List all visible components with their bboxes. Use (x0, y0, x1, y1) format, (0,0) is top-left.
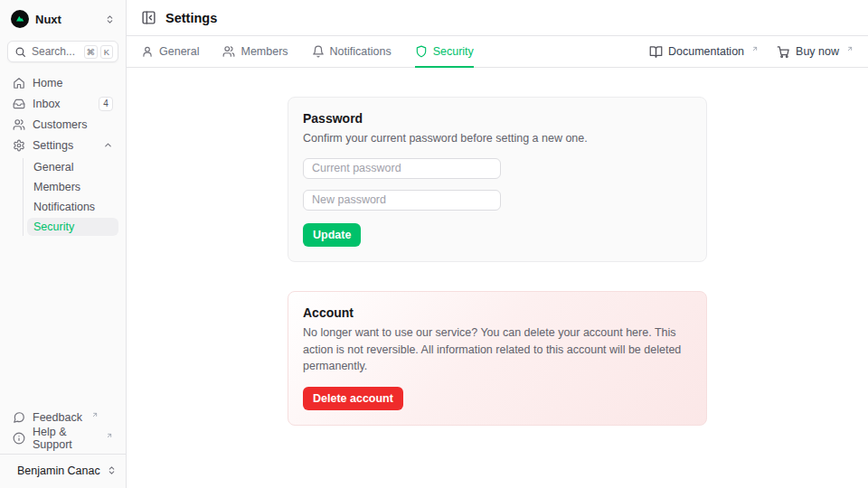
kbd-k: K (100, 45, 113, 59)
password-card-title: Password (303, 111, 692, 126)
tab-security[interactable]: Security (415, 36, 474, 68)
sidebar-subitem-label: General (33, 161, 73, 174)
gear-icon (13, 139, 25, 152)
settings-subnav: General Members Notifications Security (23, 158, 118, 236)
page-header: Settings (127, 0, 868, 36)
shield-icon (415, 45, 428, 58)
tool-link-label: Documentation (668, 45, 744, 58)
sidebar-subitem-label: Members (33, 181, 80, 193)
settings-toolbar: General Members Notifications (127, 36, 868, 68)
sidebar-item-settings[interactable]: Settings (7, 136, 118, 155)
cards-column: Password Confirm your current password b… (288, 97, 707, 426)
account-card: Account No longer want to use our servic… (288, 291, 707, 426)
external-link-icon (751, 45, 759, 52)
buy-now-link[interactable]: Buy now (777, 45, 854, 59)
info-circle-icon (13, 432, 25, 445)
kbd-meta: ⌘ (84, 45, 99, 59)
users-icon (222, 45, 235, 58)
sidebar-collapse-icon[interactable] (141, 10, 156, 25)
search-placeholder: Search... (32, 45, 75, 58)
sidebar-item-label: Inbox (33, 98, 61, 110)
user-menu[interactable]: Benjamin Canac (7, 455, 118, 483)
book-icon (649, 45, 663, 59)
tab-label: Notifications (330, 45, 392, 58)
delete-account-button[interactable]: Delete account (303, 387, 403, 410)
tab-label: General (159, 45, 199, 58)
sidebar-subitem-general[interactable]: General (27, 158, 118, 176)
tab-label: Security (433, 45, 474, 58)
sidebar-item-label: Home (33, 77, 62, 89)
search-icon (14, 46, 26, 58)
sidebar-subitem-security[interactable]: Security (27, 218, 118, 236)
nuxt-logo-icon (11, 10, 29, 28)
external-link-icon (846, 45, 854, 52)
tab-notifications[interactable]: Notifications (312, 36, 392, 68)
sidebar: Nuxt Search... ⌘ K Home (0, 0, 127, 488)
sidebar-footer: Feedback Help & Support (7, 408, 118, 447)
sidebar-item-label: Customers (33, 118, 87, 131)
search-shortcut: ⌘ K (84, 45, 114, 59)
user-icon (141, 45, 154, 58)
tab-members[interactable]: Members (222, 36, 288, 68)
sidebar-item-label: Settings (33, 139, 73, 152)
team-selector[interactable]: Nuxt (7, 5, 118, 33)
search-input[interactable]: Search... ⌘ K (7, 41, 118, 62)
home-icon (13, 77, 25, 89)
current-password-field[interactable] (303, 158, 501, 179)
tool-link-label: Buy now (796, 45, 839, 58)
sidebar-item-feedback[interactable]: Feedback (7, 408, 118, 427)
external-link-icon (106, 432, 113, 439)
toolbar-links: Documentation Buy now (649, 36, 854, 67)
external-link-icon (91, 411, 99, 418)
inbox-icon (13, 98, 25, 110)
account-card-description: No longer want to use our service? You c… (303, 324, 692, 375)
sidebar-item-label: Feedback (33, 411, 82, 424)
account-card-title: Account (303, 305, 692, 320)
sidebar-item-customers[interactable]: Customers (7, 115, 118, 134)
sidebar-item-inbox[interactable]: Inbox 4 (7, 94, 118, 113)
chevron-up-icon (103, 140, 113, 150)
new-password-field[interactable] (303, 190, 501, 211)
password-card: Password Confirm your current password b… (288, 97, 707, 262)
user-name: Benjamin Canac (17, 465, 100, 477)
tab-general[interactable]: General (141, 36, 199, 68)
sidebar-subitem-members[interactable]: Members (27, 178, 118, 196)
documentation-link[interactable]: Documentation (649, 45, 759, 59)
settings-tabs: General Members Notifications (141, 36, 474, 67)
chevrons-up-down-icon (107, 465, 117, 475)
chat-bubble-icon (13, 411, 25, 424)
tab-label: Members (241, 45, 288, 58)
update-button[interactable]: Update (303, 223, 361, 247)
sidebar-item-home[interactable]: Home (7, 73, 118, 92)
password-card-description: Confirm your current password before set… (303, 130, 692, 147)
sidebar-item-label: Help & Support (33, 426, 97, 451)
inbox-badge: 4 (99, 97, 113, 111)
settings-security-content: Password Confirm your current password b… (127, 68, 868, 488)
cart-icon (777, 45, 790, 59)
sidebar-subitem-notifications[interactable]: Notifications (27, 198, 118, 216)
chevrons-up-down-icon (105, 14, 115, 24)
team-name: Nuxt (35, 13, 61, 26)
main-panel: Settings General Members (127, 0, 868, 488)
sidebar-subitem-label: Notifications (33, 201, 95, 213)
sidebar-item-help-support[interactable]: Help & Support (7, 428, 118, 447)
bell-icon (312, 45, 325, 58)
sidebar-nav: Home Inbox 4 Customers (7, 73, 118, 236)
page-title: Settings (165, 11, 217, 25)
sidebar-subitem-label: Security (33, 221, 74, 233)
customers-icon (13, 118, 25, 131)
sidebar-spacer (7, 236, 118, 408)
